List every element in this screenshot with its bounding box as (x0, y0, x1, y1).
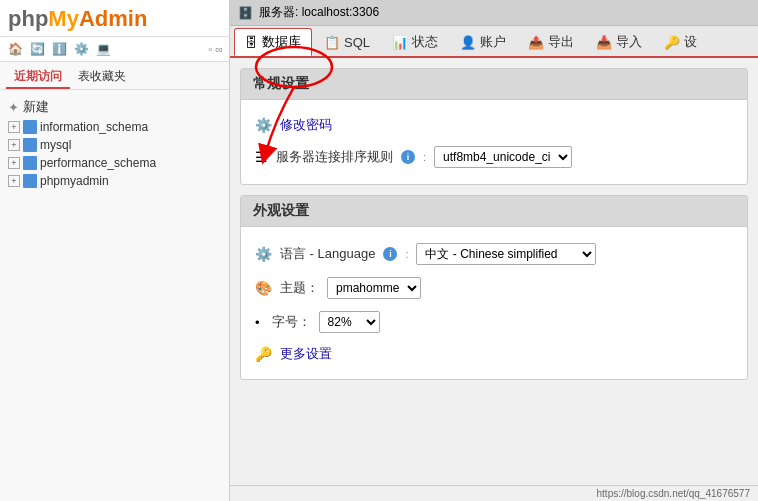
logo-my: My (48, 6, 79, 31)
logo: phpMyAdmin (8, 6, 221, 32)
nav-btn-export-label: 导出 (548, 33, 574, 51)
content-area: 常规设置 ⚙️ 修改密码 ☰ 服务器连接排序规则 i : utf8mb4_uni… (230, 58, 758, 501)
general-settings-title: 常规设置 (253, 75, 309, 91)
nav-btn-status-label: 状态 (412, 33, 438, 51)
language-row: ⚙️ 语言 - Language i : 中文 - Chinese simpli… (255, 237, 733, 271)
nav-btn-database[interactable]: 🗄 数据库 (234, 28, 312, 56)
info-icon2[interactable]: ℹ️ (50, 40, 68, 58)
language-icon: ⚙️ (255, 246, 272, 262)
db-icon (23, 138, 37, 152)
db-icon (23, 156, 37, 170)
logo-area: phpMyAdmin (0, 0, 229, 37)
db-label-phpmyadmin: phpmyadmin (40, 174, 109, 188)
collation-colon: : (423, 151, 426, 163)
more-settings-link[interactable]: 更多设置 (280, 345, 332, 363)
nav-btn-export[interactable]: 📤 导出 (518, 28, 584, 56)
new-label: 新建 (23, 98, 49, 116)
nav-btn-import[interactable]: 📥 导入 (586, 28, 652, 56)
collation-icon: ☰ (255, 149, 268, 165)
nav-btn-settings-label: 设 (684, 33, 697, 51)
nav-btn-status[interactable]: 📊 状态 (382, 28, 448, 56)
theme-row: 🎨 主题： pmahomme original metro (255, 271, 733, 305)
nav-btn-account[interactable]: 👤 账户 (450, 28, 516, 56)
small-icons: ▫ ∞ (208, 43, 223, 55)
top-navigation: 🗄 数据库 📋 SQL 📊 状态 👤 账户 📤 导出 📥 导入 🔑 设 (230, 26, 758, 58)
password-icon: ⚙️ (255, 117, 272, 133)
nav-btn-database-label: 数据库 (262, 33, 301, 51)
window-icon: 🗄️ (238, 6, 253, 20)
collation-row: ☰ 服务器连接排序规则 i : utf8mb4_unicode_ci utf8_… (255, 140, 733, 174)
collation-label: 服务器连接排序规则 (276, 148, 393, 166)
general-settings-section: 常规设置 ⚙️ 修改密码 ☰ 服务器连接排序规则 i : utf8mb4_uni… (240, 68, 748, 185)
window-titlebar: 🗄️ 服务器: localhost:3306 (230, 0, 758, 26)
list-item[interactable]: + performance_schema (4, 154, 225, 172)
sidebar-nav-tabs: 近期访问 表收藏夹 (0, 62, 229, 90)
status-icon: 📊 (392, 35, 408, 50)
language-select[interactable]: 中文 - Chinese simplified English Deutsch … (416, 243, 596, 265)
general-settings-body: ⚙️ 修改密码 ☰ 服务器连接排序规则 i : utf8mb4_unicode_… (241, 100, 747, 184)
theme-icon: 🎨 (255, 280, 272, 296)
sql-icon: 📋 (324, 35, 340, 50)
theme-label: 主题： (280, 279, 319, 297)
nav-btn-sql[interactable]: 📋 SQL (314, 28, 380, 56)
expander-information-schema[interactable]: + (8, 121, 20, 133)
nav-btn-sql-label: SQL (344, 35, 370, 50)
settings-nav-icon: 🔑 (664, 35, 680, 50)
language-label: 语言 - Language (280, 245, 375, 263)
refresh-icon[interactable]: 🔄 (28, 40, 46, 58)
font-row: • 字号： 80% 82% 90% 100% 110% (255, 305, 733, 339)
more-settings-row: 🔑 更多设置 (255, 339, 733, 369)
expander-mysql[interactable]: + (8, 139, 20, 151)
appearance-settings-title: 外观设置 (253, 202, 309, 218)
appearance-settings-header: 外观设置 (241, 196, 747, 227)
settings-icon[interactable]: ⚙️ (72, 40, 90, 58)
db-label-mysql: mysql (40, 138, 71, 152)
import-icon: 📥 (596, 35, 612, 50)
account-icon: 👤 (460, 35, 476, 50)
theme-select[interactable]: pmahomme original metro (327, 277, 421, 299)
database-icon: 🗄 (245, 35, 258, 50)
statusbar-url: https://blog.csdn.net/qq_41676577 (597, 488, 750, 499)
list-item[interactable]: + phpmyadmin (4, 172, 225, 190)
new-icon: ✦ (8, 100, 19, 115)
console-icon[interactable]: 💻 (94, 40, 112, 58)
change-password-row: ⚙️ 修改密码 (255, 110, 733, 140)
new-item[interactable]: ✦ 新建 (4, 96, 225, 118)
collation-select[interactable]: utf8mb4_unicode_ci utf8_general_ci utf8_… (434, 146, 572, 168)
window-title: 服务器: localhost:3306 (259, 4, 379, 21)
bullet-icon: • (255, 315, 260, 330)
statusbar: https://blog.csdn.net/qq_41676577 (230, 485, 758, 501)
export-icon: 📤 (528, 35, 544, 50)
db-label-information-schema: information_schema (40, 120, 148, 134)
language-info-icon[interactable]: i (383, 247, 397, 261)
nav-btn-account-label: 账户 (480, 33, 506, 51)
sidebar-toolbar: 🏠 🔄 ℹ️ ⚙️ 💻 ▫ ∞ (0, 37, 229, 62)
expander-performance-schema[interactable]: + (8, 157, 20, 169)
expander-phpmyadmin[interactable]: + (8, 175, 20, 187)
nav-btn-settings[interactable]: 🔑 设 (654, 28, 707, 56)
sidebar: phpMyAdmin 🏠 🔄 ℹ️ ⚙️ 💻 ▫ ∞ 近期访问 表收藏夹 ✦ 新… (0, 0, 230, 501)
list-item[interactable]: + mysql (4, 136, 225, 154)
general-settings-header: 常规设置 (241, 69, 747, 100)
more-settings-icon: 🔑 (255, 346, 272, 362)
collation-info-icon[interactable]: i (401, 150, 415, 164)
db-label-performance-schema: performance_schema (40, 156, 156, 170)
db-icon (23, 120, 37, 134)
logo-admin: Admin (79, 6, 147, 31)
appearance-settings-body: ⚙️ 语言 - Language i : 中文 - Chinese simpli… (241, 227, 747, 379)
main-area: 🗄️ 服务器: localhost:3306 🗄 数据库 📋 SQL 📊 状态 … (230, 0, 758, 501)
change-password-link[interactable]: 修改密码 (280, 116, 332, 134)
appearance-settings-section: 外观设置 ⚙️ 语言 - Language i : 中文 - Chinese s… (240, 195, 748, 380)
tree-area: ✦ 新建 + information_schema + mysql + perf… (0, 90, 229, 491)
nav-btn-import-label: 导入 (616, 33, 642, 51)
db-icon (23, 174, 37, 188)
language-colon: : (405, 248, 408, 260)
list-item[interactable]: + information_schema (4, 118, 225, 136)
font-select[interactable]: 80% 82% 90% 100% 110% (319, 311, 380, 333)
tab-recent[interactable]: 近期访问 (6, 66, 70, 89)
logo-php: php (8, 6, 48, 31)
tab-favorites[interactable]: 表收藏夹 (70, 66, 134, 89)
font-label: 字号： (272, 313, 311, 331)
home-icon[interactable]: 🏠 (6, 40, 24, 58)
